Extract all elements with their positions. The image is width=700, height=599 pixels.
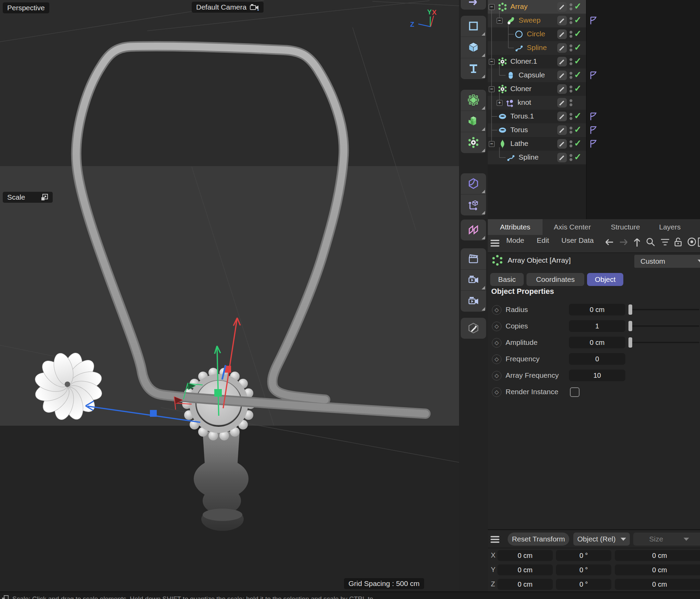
enabled-check-icon[interactable]: ✓ [574,138,582,149]
keyframe-dot[interactable]: ◇ [492,371,501,380]
visibility-dots[interactable] [569,111,573,122]
keyframe-dot[interactable]: ◇ [492,322,501,331]
edit-toggle[interactable] [557,125,567,135]
z-rotation-input[interactable]: 0 ° [556,579,611,590]
collapse-toggle[interactable]: − [497,18,502,24]
z-position-input[interactable]: 0 cm [497,579,553,590]
toolbar-volume-button[interactable] [461,173,486,194]
enabled-check-icon[interactable]: ✓ [574,83,582,94]
copies-input[interactable]: 1 [569,320,625,332]
edit-toggle[interactable] [557,139,567,149]
section-tab-object[interactable]: Object [587,273,623,286]
toolbar-edit-pencil-button[interactable] [461,318,486,339]
coords-menu-icon[interactable] [491,535,499,544]
section-tab-coordinates[interactable]: Coordinates [526,273,584,286]
enabled-check-icon[interactable]: ✓ [574,56,582,66]
radius-input[interactable]: 0 cm [569,304,625,315]
toolbar-symmetry-button[interactable] [461,220,486,240]
search-icon[interactable] [645,237,656,247]
target-icon[interactable] [687,237,697,247]
edit-toggle[interactable] [557,153,567,162]
toolbar-primitive-cube-button[interactable] [461,37,486,58]
preset-dropdown-caret[interactable] [698,260,700,263]
visibility-dots[interactable] [569,125,573,135]
enabled-check-icon[interactable]: ✓ [574,15,582,25]
edit-toggle[interactable] [557,71,567,80]
y-rotation-input[interactable]: 0 ° [556,564,611,575]
enabled-check-icon[interactable]: ✓ [574,70,582,80]
tab-structure[interactable]: Structure [605,219,646,235]
edit-toggle[interactable] [557,84,567,94]
render-instance-checkbox[interactable] [570,387,580,397]
edit-toggle[interactable] [557,43,567,53]
visibility-dots[interactable] [569,152,573,163]
visibility-dots[interactable] [569,70,573,80]
phong-tag-icon[interactable] [589,71,597,80]
edit-toggle[interactable] [557,112,567,121]
collapse-toggle[interactable]: − [489,86,495,92]
toolbar-camera-button[interactable] [461,269,486,290]
copies-slider-knob[interactable] [628,321,632,331]
visibility-dots[interactable] [569,43,573,53]
enabled-check-icon[interactable]: ✓ [574,124,582,135]
filter-icon[interactable] [660,238,670,246]
frequency-input[interactable]: 0 [569,353,625,365]
amplitude-slider[interactable] [629,342,699,343]
toolbar-cloner-button[interactable] [461,132,486,153]
enabled-check-icon[interactable]: ✓ [574,28,582,39]
visibility-dots[interactable] [569,2,573,12]
visibility-dots[interactable] [569,15,573,26]
amplitude-input[interactable]: 0 cm [569,337,625,348]
coords-size-dropdown[interactable]: Size [633,533,700,546]
keyframe-dot[interactable]: ◇ [492,354,501,364]
keyframe-dot[interactable]: ◇ [492,387,501,397]
collapse-toggle[interactable]: − [489,4,495,10]
x-scale-input[interactable]: 0 cm [615,550,700,561]
section-tab-basic[interactable]: Basic [490,273,524,286]
edit-toggle[interactable] [557,98,567,108]
x-position-input[interactable]: 0 cm [497,550,553,561]
edit-toggle[interactable] [557,57,567,66]
toolbar-camera-2-button[interactable] [461,290,486,312]
toolbar-axis-cube-button[interactable] [461,194,486,215]
visibility-dots[interactable] [569,84,573,94]
forward-arrow-icon[interactable] [619,238,629,247]
enabled-check-icon[interactable]: ✓ [574,111,582,121]
toolbar-clapperboard-button[interactable] [461,248,486,269]
expand-toggle[interactable]: + [497,100,502,106]
up-arrow-icon[interactable] [633,237,641,247]
tab-axis-center[interactable]: Axis Center [547,219,598,235]
edit-toggle[interactable] [557,16,567,25]
toolbar-metaball-button[interactable] [461,90,486,111]
radius-slider[interactable] [629,309,699,310]
visibility-dots[interactable] [569,57,573,67]
collapse-toggle[interactable]: − [489,141,495,147]
enabled-check-icon[interactable]: ✓ [574,152,582,162]
radius-slider-knob[interactable] [628,304,632,315]
reset-transform-button[interactable]: Reset Transform [508,533,569,546]
phong-tag-icon[interactable] [589,112,597,121]
coords-mode-dropdown[interactable]: Object (Rel) [573,533,630,546]
amplitude-slider-knob[interactable] [628,337,632,348]
camera-label[interactable]: Default Camera [192,2,264,13]
preset-dropdown[interactable]: Custom [634,255,700,268]
toolbar-voronoi-fracture-button[interactable] [461,111,486,132]
visibility-dots[interactable] [569,98,573,108]
collapse-toggle[interactable]: − [489,59,495,65]
tab-layers[interactable]: Layers [653,219,687,235]
edit-toggle[interactable] [557,29,567,39]
view-label[interactable]: Perspective [3,2,49,13]
keyframe-dot[interactable]: ◇ [492,338,501,348]
visibility-dots[interactable] [569,139,573,149]
enabled-check-icon[interactable]: ✓ [574,1,582,12]
back-arrow-icon[interactable] [604,238,614,247]
viewport-3d[interactable]: Y X Z Perspective Default Camera Scale [0,0,459,591]
panel-menu-icon[interactable] [491,238,499,248]
tab-attributes[interactable]: Attributes [488,219,543,235]
edit-toggle[interactable] [557,2,567,12]
keyframe-dot[interactable]: ◇ [492,305,501,315]
phong-tag-icon[interactable] [589,126,597,135]
enabled-check-icon[interactable]: ✓ [574,42,582,53]
toolbar-arrow-right-button[interactable] [461,0,486,9]
menu-edit[interactable]: Edit [537,236,549,245]
